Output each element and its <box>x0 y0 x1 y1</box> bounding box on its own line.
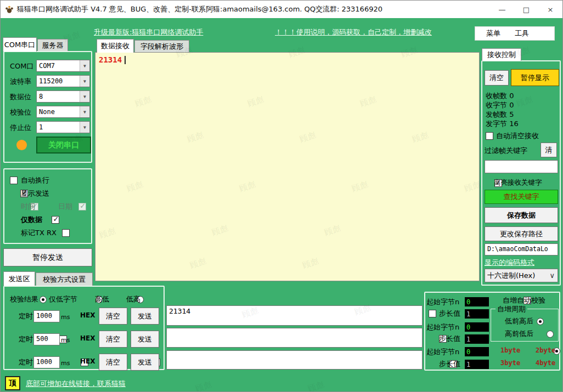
port-status-led-icon <box>16 140 27 150</box>
find-keyword-button[interactable]: 查找关键字 <box>485 190 558 204</box>
tab-server[interactable]: 服务器 <box>37 39 68 52</box>
mark-txrx-checkbox[interactable] <box>62 229 70 237</box>
data-bits-label: 数据位 <box>10 92 31 102</box>
send-settings-group: 校验结果 仅低字节 高低 低高 定时 1000 ms HEX 清空 发送 定时 … <box>3 286 165 370</box>
clear-receive-button[interactable]: 清空 <box>485 70 509 86</box>
highlight-keyword-label: 高亮接收关键字 <box>494 178 542 188</box>
send-input-2[interactable] <box>166 328 423 348</box>
menu-item-menu[interactable]: 菜单 <box>486 29 500 38</box>
close-icon[interactable]: × <box>538 1 562 18</box>
chevron-down-icon[interactable]: ▼ <box>80 106 89 117</box>
upgrade-link[interactable]: 升级最新版:猫猫串口网络调试助手 <box>94 27 203 37</box>
chevron-down-icon[interactable]: ▼ <box>80 76 89 87</box>
receive-control-panel: 清空 暂停显示 收帧数 0 收字节 0 发帧数 5 发字节 16 自动清空接收 … <box>481 60 561 286</box>
display-options-group: 自动换行 显示发送 时间 日期 仅数据 标记TX RX <box>3 168 92 244</box>
clear2-button[interactable]: 清空 <box>99 331 127 348</box>
receive-data-area[interactable]: 21314 <box>95 52 480 281</box>
tx-bytes-value: 16 <box>509 120 519 128</box>
auto-newline-label: 自动换行 <box>21 175 49 185</box>
baud-rate-label: 波特率 <box>10 77 31 87</box>
scroll-top-button[interactable]: 顶 <box>5 376 20 390</box>
help-link[interactable]: ！！！使用说明，源码获取，自己定制，增删减改 <box>275 27 432 37</box>
pause-send-button[interactable]: 暂停发送 <box>3 248 92 266</box>
chevron-down-icon: ∨ <box>549 271 558 280</box>
tab-data-receive[interactable]: 数据接收 <box>97 39 134 53</box>
encoding-format-select[interactable]: 十六进制(Hex) ∨ <box>485 269 558 282</box>
timer2-interval-input[interactable]: 500 <box>33 333 60 345</box>
auto-clear-checkbox[interactable] <box>486 132 493 140</box>
step1-label: 步长值 <box>439 309 460 319</box>
start-byte3-input[interactable]: 0 <box>465 347 489 356</box>
menu-item-tools[interactable]: 工具 <box>515 29 529 38</box>
stop-bits-select[interactable]: 1 ▼ <box>36 121 90 133</box>
byte4-label: 4byte <box>536 359 555 367</box>
rx-frames-label: 收帧数 <box>486 92 507 100</box>
byte3-label: 3byte <box>500 359 520 367</box>
change-save-path-button[interactable]: 更改保存路径 <box>485 226 558 241</box>
tab-checksum-settings[interactable]: 校验方式设置 <box>36 272 93 286</box>
minimize-icon[interactable]: — <box>490 1 514 18</box>
chevron-down-icon[interactable]: ▼ <box>80 122 89 133</box>
start-byte3-label: 起始字节n <box>426 347 459 357</box>
tx-frames-value: 5 <box>509 110 514 118</box>
rx-bytes-stat: 收字节 0 <box>486 100 514 110</box>
send-input-1[interactable]: 21314 <box>166 305 423 326</box>
send-input-3[interactable] <box>166 350 423 370</box>
start-byte1-input[interactable]: 0 <box>465 297 489 306</box>
step3-input[interactable]: 1 <box>465 360 489 369</box>
step1-input[interactable]: 1 <box>465 309 489 319</box>
date-label: 日期 <box>58 202 72 212</box>
step2-input[interactable]: 1 <box>465 334 489 344</box>
data-bits-select[interactable]: 8 ▼ <box>36 90 90 103</box>
checksum-lowbyte-radio[interactable] <box>40 296 47 303</box>
data-bits-value: 8 <box>39 93 43 100</box>
save-path-field[interactable]: D:\amaoComDataLo <box>485 243 558 255</box>
data-only-checkbox[interactable] <box>52 216 59 224</box>
chevron-down-icon[interactable]: ▼ <box>80 91 89 102</box>
date-checkbox[interactable] <box>78 203 86 211</box>
send1-button[interactable]: 发送 <box>131 308 159 325</box>
start-byte2-label: 起始字节n <box>426 322 459 332</box>
rx-bytes-value: 0 <box>509 101 514 109</box>
filter-clear-button[interactable]: 清 <box>541 143 557 157</box>
close-port-button[interactable]: 关闭串口 <box>36 137 91 154</box>
filter-keyword-input[interactable] <box>485 160 558 173</box>
byte1-label: 1byte <box>500 346 520 354</box>
data-only-label: 仅数据 <box>21 215 42 225</box>
send2-button[interactable]: 发送 <box>131 331 159 348</box>
tab-receive-control[interactable]: 接收控制 <box>482 48 521 61</box>
pause-display-button[interactable]: 暂停显示 <box>511 69 559 86</box>
send3-button[interactable]: 发送 <box>131 354 159 371</box>
tab-send-area[interactable]: 发送区 <box>3 271 35 286</box>
footer-contact-link[interactable]: 底部可增加在线链接，联系猫猫 <box>26 379 126 389</box>
parity-select[interactable]: None ▼ <box>36 106 90 118</box>
tab-field-parse-wave[interactable]: 字段解析波形 <box>134 40 189 53</box>
step3-label: 步长值 <box>439 359 460 369</box>
rx-frames-value: 0 <box>509 92 514 100</box>
mark-txrx-label: 标记TX RX <box>21 228 57 238</box>
tx-frames-stat: 发帧数 5 <box>486 110 514 120</box>
clear1-button[interactable]: 清空 <box>99 308 127 325</box>
chevron-down-icon[interactable]: ▼ <box>80 60 89 71</box>
timer1-interval-input[interactable]: 1000 <box>33 310 60 322</box>
timer3-label: 定时 <box>19 357 33 367</box>
baud-rate-select[interactable]: 115200 ▼ <box>36 75 90 87</box>
baud-rate-value: 115200 <box>39 77 63 85</box>
maximize-icon[interactable]: □ <box>514 1 538 18</box>
com-port-select[interactable]: COM7 ▼ <box>36 60 90 72</box>
watermark-text: 顾彪 <box>307 379 325 392</box>
tab-com-serial[interactable]: COM串口 <box>3 37 37 52</box>
start-byte2-input[interactable]: 0 <box>465 322 489 332</box>
timer3-interval-input[interactable]: 1000 <box>33 356 60 368</box>
timer3-ms-label: ms <box>61 360 70 367</box>
step1-checkbox[interactable] <box>429 310 436 317</box>
clear3-button[interactable]: 清空 <box>99 354 127 371</box>
encoding-format-value: 十六进制(Hex) <box>487 271 535 281</box>
auto-clear-label: 自动清空接收 <box>496 131 539 141</box>
com-port-value: COM7 <box>39 62 55 70</box>
serial-settings-group: COM口 COM7 ▼ 波特率 115200 ▼ 数据位 8 ▼ 校验位 Non… <box>3 51 92 163</box>
save-data-button[interactable]: 保存数据 <box>485 207 558 223</box>
hex1-label: HEX <box>80 311 95 319</box>
auto-newline-checkbox[interactable] <box>10 177 18 184</box>
tx-bytes-stat: 发字节 16 <box>486 119 519 129</box>
